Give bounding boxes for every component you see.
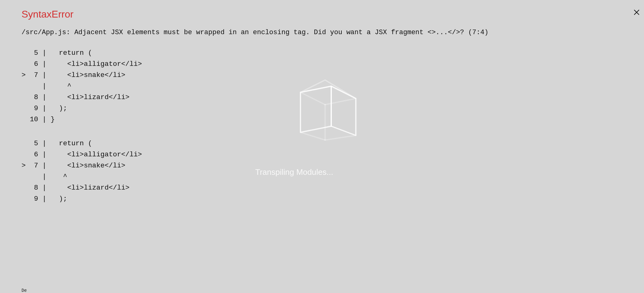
error-overlay: SyntaxError /src/App.js: Adjacent JSX el… (0, 0, 644, 293)
error-message: /src/App.js: Adjacent JSX elements must … (22, 27, 622, 38)
close-icon (633, 9, 640, 16)
error-title: SyntaxError (22, 9, 622, 20)
cutoff-text: De (22, 288, 27, 293)
error-code-frame-1: 5 | return ( 6 | <li>alligator</li> > 7 … (22, 47, 622, 125)
close-button[interactable] (632, 7, 642, 17)
error-code-frame-2: 5 | return ( 6 | <li>alligator</li> > 7 … (22, 138, 622, 204)
